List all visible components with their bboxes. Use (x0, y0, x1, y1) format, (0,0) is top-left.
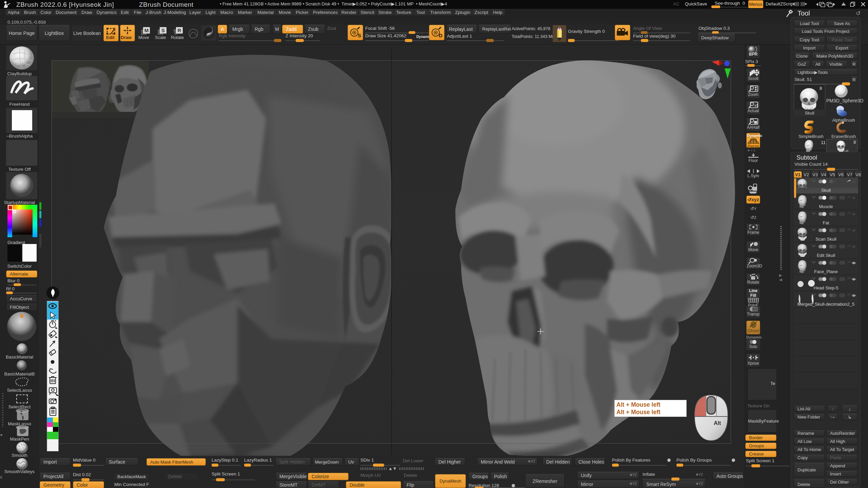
svg-text:M: M (144, 27, 149, 33)
svg-text:D: D (439, 33, 442, 38)
svg-text:Alt: Alt (714, 420, 721, 426)
svg-text:R: R (178, 27, 181, 33)
svg-text:S: S (358, 33, 361, 38)
svg-text:x1: x1 (754, 104, 758, 107)
svg-text:S: S (161, 27, 165, 33)
